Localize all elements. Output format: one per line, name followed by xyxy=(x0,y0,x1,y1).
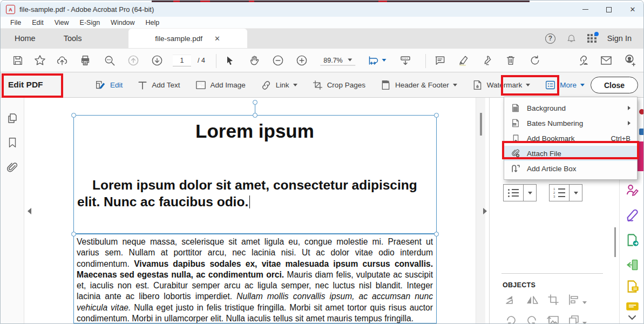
more-dropdown-menu: Background 012 Bates Numbering Add Bookm… xyxy=(504,97,638,180)
attachments-icon[interactable] xyxy=(6,161,19,177)
zoom-level-dropdown[interactable]: 89.7% xyxy=(320,55,355,65)
title-bar: A file-sample.pdf - Adobe Acrobat Pro (6… xyxy=(1,2,644,17)
close-edit-pdf-button[interactable]: Close xyxy=(591,77,638,93)
tool-icon-partial-blue[interactable] xyxy=(639,129,644,135)
tab-home[interactable]: Home xyxy=(1,29,50,48)
menu-view[interactable]: View xyxy=(49,19,74,26)
rotation-handle[interactable] xyxy=(253,100,257,105)
acrobat-app-icon: A xyxy=(6,5,15,14)
share-icon[interactable] xyxy=(56,54,69,66)
delete-icon[interactable] xyxy=(505,55,517,66)
resize-handle-bottom-left[interactable] xyxy=(71,232,76,237)
menu-item-background[interactable]: Background xyxy=(504,100,637,116)
zoom-in-icon[interactable] xyxy=(296,54,308,66)
format-panel-scrollbar[interactable] xyxy=(614,227,616,257)
hand-tool-icon[interactable] xyxy=(248,55,260,66)
scrolling-mode-icon[interactable] xyxy=(399,54,412,67)
resize-handle-top-right[interactable] xyxy=(434,113,439,118)
flip-horizontal-icon xyxy=(525,293,539,308)
tab-close-icon[interactable]: ✕ xyxy=(214,35,220,43)
resize-handle-top-left[interactable] xyxy=(71,113,76,118)
add-article-box-icon xyxy=(510,164,521,174)
sign-icon[interactable] xyxy=(482,54,494,66)
notifications-bell-icon[interactable] xyxy=(566,33,577,44)
crop-pages-button[interactable]: Crop Pages xyxy=(307,79,370,91)
replace-image-icon xyxy=(546,314,560,324)
menu-item-attach-file[interactable]: Attach File xyxy=(504,146,637,161)
acrobat-window: A file-sample.pdf - Adobe Acrobat Pro (6… xyxy=(0,0,644,324)
resize-handle-top-middle[interactable] xyxy=(253,113,257,118)
fit-width-icon[interactable] xyxy=(368,54,387,67)
tab-bar: Home Tools file-sample.pdf ✕ ? Sign In xyxy=(1,29,644,48)
more-dropdown-button[interactable]: More xyxy=(540,79,589,91)
next-page-icon[interactable] xyxy=(151,54,164,66)
fill-and-sign-icon[interactable] xyxy=(625,183,640,200)
bookmarks-icon[interactable] xyxy=(6,137,18,151)
menu-edit[interactable]: Edit xyxy=(26,19,49,26)
menu-item-add-article-box[interactable]: Add Article Box xyxy=(504,161,637,176)
bulleted-list-button[interactable] xyxy=(503,184,537,201)
page-number-input[interactable]: 1 xyxy=(173,55,191,66)
add-text-button[interactable]: Add Text xyxy=(132,80,185,91)
print-icon[interactable] xyxy=(79,55,91,66)
comment-icon[interactable] xyxy=(434,54,446,66)
menu-help[interactable]: Help xyxy=(140,19,165,26)
arrange-objects-dropdown xyxy=(582,317,587,324)
edit-pdf-toolbar: Edit PDF Edit Add Text Add Image Link Cr… xyxy=(1,72,644,98)
header-footer-button[interactable]: Header & Footer xyxy=(375,79,462,91)
menu-item-bates-numbering[interactable]: 012 Bates Numbering xyxy=(504,116,637,131)
export-pdf-icon[interactable] xyxy=(625,233,640,249)
numbered-list-dropdown[interactable] xyxy=(569,185,582,201)
app-grid-icon[interactable] xyxy=(587,34,596,43)
share-with-people-icon[interactable] xyxy=(623,53,637,67)
sign-pen-icon[interactable] xyxy=(625,208,640,225)
collapse-right-panel-icon[interactable] xyxy=(483,208,487,214)
star-icon[interactable] xyxy=(34,54,46,66)
add-image-button[interactable]: Add Image xyxy=(190,79,250,91)
add-bookmark-icon xyxy=(510,134,521,143)
email-icon[interactable] xyxy=(600,54,613,67)
menu-file[interactable]: File xyxy=(5,19,26,26)
watermark-button[interactable]: Watermark xyxy=(467,79,535,91)
edit-tool-button[interactable]: Edit xyxy=(90,79,127,91)
more-tools-chevron-icon[interactable] xyxy=(627,314,638,323)
save-icon[interactable] xyxy=(12,55,24,66)
collapse-left-panel-icon[interactable] xyxy=(28,208,31,214)
help-icon[interactable]: ? xyxy=(545,33,555,44)
bulleted-list-dropdown[interactable] xyxy=(523,185,536,201)
select-tool-icon[interactable] xyxy=(225,55,235,66)
search-icon[interactable] xyxy=(104,54,116,66)
tab-document[interactable]: file-sample.pdf ✕ xyxy=(128,29,247,48)
previous-page-icon xyxy=(127,54,140,66)
tab-tools[interactable]: Tools xyxy=(50,29,96,48)
tool-icon-partial-red[interactable] xyxy=(639,109,644,114)
align-objects-icon xyxy=(567,293,580,308)
page-thumbnails-icon[interactable] xyxy=(6,112,19,127)
align-objects-dropdown xyxy=(582,296,587,306)
window-title: file-sample.pdf - Adobe Acrobat Pro (64-… xyxy=(19,5,154,14)
svg-text:012: 012 xyxy=(513,124,517,126)
objects-section-label: OBJECTS xyxy=(503,281,535,289)
organize-pages-icon[interactable] xyxy=(625,258,640,274)
zoom-out-icon[interactable] xyxy=(272,54,284,66)
selected-tool-highlight xyxy=(638,141,644,171)
link-share-icon[interactable] xyxy=(576,53,589,67)
scrollbar-thumb[interactable] xyxy=(480,113,482,136)
maximize-button[interactable] xyxy=(597,2,621,17)
sign-in-button[interactable]: Sign In xyxy=(607,34,632,43)
link-dropdown-button[interactable]: Link xyxy=(255,79,302,91)
panel-divider xyxy=(501,273,603,274)
rotate-icon[interactable] xyxy=(529,54,541,66)
arrange-objects-icon xyxy=(567,314,580,324)
numbered-list-button[interactable]: 1 2 3 xyxy=(549,184,582,201)
menu-window[interactable]: Window xyxy=(105,19,140,26)
menu-item-add-bookmark[interactable]: Add Bookmark Ctrl+B xyxy=(504,131,637,146)
edit-pdf-panel-label: Edit PDF xyxy=(8,80,43,90)
close-window-button[interactable]: ✕ xyxy=(621,2,644,17)
resize-handle-bottom-right[interactable] xyxy=(434,232,439,237)
highlight-icon[interactable] xyxy=(458,54,470,66)
comment-page-icon[interactable] xyxy=(625,279,640,296)
submenu-arrow-icon xyxy=(628,121,631,125)
minimize-button[interactable] xyxy=(573,2,597,17)
menu-esign[interactable]: E-Sign xyxy=(74,19,106,26)
